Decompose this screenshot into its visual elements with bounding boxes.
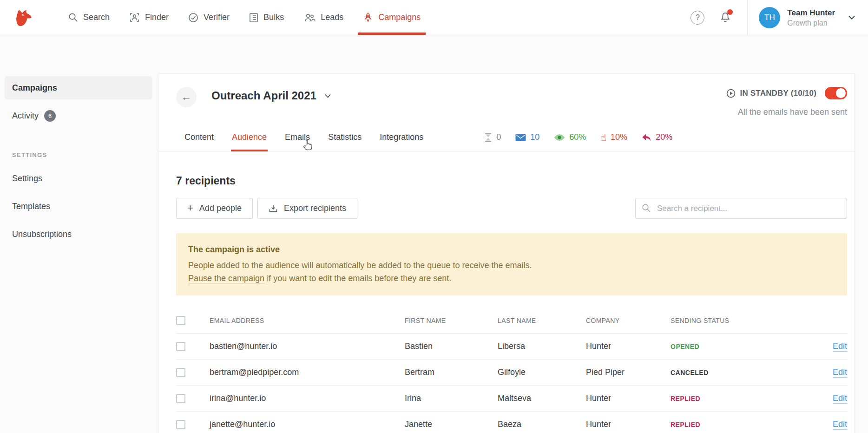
stat-sent: 10	[515, 132, 539, 142]
search-icon	[68, 13, 78, 22]
recipients-heading: 7 recipients	[176, 175, 847, 187]
play-circle-icon	[726, 89, 736, 98]
nav-label: Finder	[145, 13, 169, 22]
col-header-last-name: LAST NAME	[498, 317, 586, 324]
nav-divider	[747, 0, 748, 35]
sidebar-item-unsubscriptions[interactable]: Unsubscriptions	[5, 223, 152, 246]
fox-logo-icon	[14, 8, 33, 27]
tab-label: Content	[184, 132, 214, 142]
pause-campaign-link[interactable]: Pause the campaign	[188, 274, 264, 283]
tab-audience[interactable]: Audience	[232, 124, 267, 151]
row-checkbox[interactable]	[176, 420, 185, 429]
stat-replied: 20%	[642, 132, 672, 142]
tab-content[interactable]: Content	[184, 124, 214, 151]
nav-item-bulks[interactable]: Bulks	[239, 0, 294, 35]
col-header-company: COMPANY	[586, 317, 671, 324]
campaign-header: ← Outreach April 2021 IN STANDBY (10/10)	[176, 87, 847, 117]
banner-title: The campaign is active	[188, 245, 835, 255]
campaign-title-dropdown[interactable]: Outreach April 2021	[211, 89, 331, 102]
notification-dot	[727, 9, 733, 15]
audience-actions: + Add people Export recipients	[176, 198, 847, 219]
campaign-active-toggle[interactable]	[825, 87, 847, 99]
select-all-checkbox[interactable]	[176, 316, 185, 325]
standby-status: IN STANDBY (10/10)	[726, 89, 816, 98]
help-icon[interactable]: ?	[690, 11, 704, 25]
stat-opened-value: 60%	[569, 132, 586, 142]
add-people-label: Add people	[199, 203, 242, 213]
row-checkbox[interactable]	[176, 394, 185, 403]
status-note: All the emails have been sent	[738, 107, 847, 117]
stat-queued: 0	[484, 132, 501, 142]
table-row: bastien@hunter.io Bastien Libersa Hunter…	[176, 334, 847, 360]
back-arrow-icon: ←	[181, 91, 191, 103]
edit-recipient-link[interactable]: Edit	[833, 341, 847, 351]
status-badge: CANCELED	[671, 369, 817, 376]
stat-sent-value: 10	[530, 132, 539, 142]
stat-queued-value: 0	[496, 132, 501, 142]
nav-item-verifier[interactable]: Verifier	[178, 0, 239, 35]
edit-recipient-link[interactable]: Edit	[833, 394, 847, 403]
status-badge: REPLIED	[671, 395, 817, 402]
campaign-status-block: IN STANDBY (10/10) All the emails have b…	[726, 87, 847, 117]
sidebar-item-label: Unsubscriptions	[12, 230, 72, 239]
row-checkbox[interactable]	[176, 368, 185, 377]
sidebar-item-settings[interactable]: Settings	[5, 167, 152, 190]
click-finger-icon: ☝	[600, 132, 606, 142]
user-menu[interactable]: TH Team Hunter Growth plan	[759, 7, 855, 28]
sidebar-item-campaigns[interactable]: Campaigns	[5, 76, 152, 99]
notifications-bell-icon[interactable]	[719, 11, 731, 24]
avatar: TH	[759, 7, 780, 28]
eye-icon	[554, 134, 565, 141]
tab-statistics[interactable]: Statistics	[328, 124, 362, 151]
back-button[interactable]: ←	[176, 87, 197, 107]
tab-emails[interactable]: Emails	[285, 124, 310, 151]
nav-item-finder[interactable]: Finder	[119, 0, 178, 35]
col-header-sending-status: SENDING STATUS	[671, 317, 817, 324]
export-recipients-button[interactable]: Export recipients	[257, 198, 357, 219]
hourglass-icon	[484, 133, 492, 142]
cell-first-name: Bastien	[405, 341, 498, 351]
search-icon	[642, 203, 651, 213]
primary-nav: Search Finder Verifier Bulks	[59, 0, 430, 35]
plus-icon: +	[187, 203, 193, 213]
sidebar-item-label: Activity	[12, 111, 39, 121]
nav-right-cluster: ? TH Team Hunter Growth plan	[690, 0, 855, 35]
search-recipient-input[interactable]	[635, 198, 847, 219]
toggle-knob	[836, 88, 846, 98]
sidebar: Campaigns Activity 6 SETTINGS Settings T…	[5, 35, 152, 250]
cell-email: irina@hunter.io	[210, 394, 405, 403]
row-checkbox[interactable]	[176, 342, 185, 351]
cell-first-name: Irina	[405, 394, 498, 403]
banner-line2: if you want to edit the emails before th…	[267, 274, 451, 283]
sidebar-item-label: Campaigns	[12, 83, 57, 93]
hunter-logo[interactable]	[7, 0, 40, 35]
nav-label: Verifier	[204, 13, 230, 22]
user-plan: Growth plan	[787, 19, 835, 27]
table-row: irina@hunter.io Irina Maltseva Hunter RE…	[176, 386, 847, 412]
table-row: janette@hunter.io Janette Baeza Hunter R…	[176, 412, 847, 433]
tab-label: Audience	[232, 132, 267, 142]
cell-first-name: Bertram	[405, 367, 498, 377]
cell-company: Hunter	[586, 341, 671, 351]
sidebar-item-templates[interactable]: Templates	[5, 195, 152, 218]
cell-email: bertram@piedpiper.com	[210, 367, 405, 377]
nav-item-campaigns[interactable]: Campaigns	[353, 0, 430, 35]
tab-label: Integrations	[380, 132, 423, 142]
cell-last-name: Baeza	[498, 420, 586, 429]
edit-recipient-link[interactable]: Edit	[833, 420, 847, 429]
nav-item-leads[interactable]: Leads	[294, 0, 353, 35]
tab-integrations[interactable]: Integrations	[380, 124, 423, 151]
sidebar-item-activity[interactable]: Activity 6	[5, 104, 152, 127]
add-people-button[interactable]: + Add people	[176, 198, 253, 219]
edit-recipient-link[interactable]: Edit	[833, 367, 847, 377]
export-download-icon	[269, 204, 278, 213]
nav-item-search[interactable]: Search	[59, 0, 119, 35]
chevron-down-icon	[325, 94, 331, 98]
banner-line1: People added to the audience will automa…	[188, 259, 835, 272]
avatar-initials: TH	[764, 13, 775, 22]
cell-company: Hunter	[586, 394, 671, 403]
page-title: Outreach April 2021	[211, 89, 316, 102]
col-header-email: EMAIL ADDRESS	[210, 317, 405, 324]
nav-label: Leads	[321, 13, 343, 22]
campaign-card: ← Outreach April 2021 IN STANDBY (10/10)	[158, 73, 855, 433]
